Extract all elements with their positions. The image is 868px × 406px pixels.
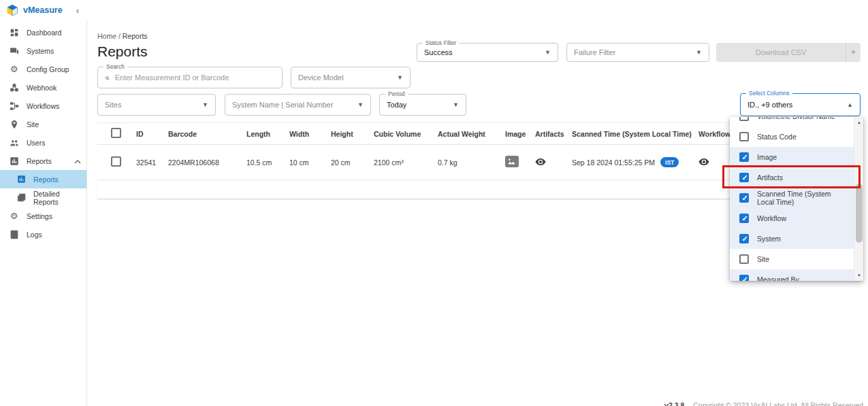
- column-option-status-code[interactable]: Status Code: [730, 126, 854, 147]
- chevron-down-icon: ▼: [545, 49, 551, 56]
- version-text: v2.3.8: [664, 401, 684, 406]
- column-option-label: Status Code: [757, 133, 797, 141]
- period-select[interactable]: Period Today ▼: [379, 94, 466, 116]
- select-columns-select[interactable]: Select Columns ID., +9 others ▲: [740, 93, 861, 116]
- column-option-image[interactable]: Image: [730, 147, 854, 167]
- dropdown-scrollbar[interactable]: ▲ ▼: [854, 117, 863, 281]
- column-option-volumetric-divisor-name[interactable]: Volumetric Divisor Name: [730, 117, 854, 126]
- sidebar: Dashboard Systems ⚙ Config Group Webhook…: [0, 20, 87, 406]
- cell-height: 20 cm: [331, 158, 374, 167]
- checkbox-icon[interactable]: [739, 234, 749, 243]
- sidebar-item-label: Site: [27, 120, 81, 129]
- column-option-label: System: [757, 235, 781, 243]
- sites-select[interactable]: Sites ▼: [97, 94, 216, 116]
- app-root: vMeasure ‹ Dashboard Systems ⚙ Config Gr…: [0, 0, 868, 406]
- scroll-down-icon[interactable]: ▼: [854, 273, 863, 277]
- settings-gear-icon: ⚙: [9, 211, 19, 221]
- main-content: Home / Reports Reports Status Filter Suc…: [87, 0, 868, 406]
- column-option-measured-by[interactable]: Measured By: [730, 269, 854, 281]
- users-icon: [9, 137, 19, 148]
- sidebar-collapse-icon[interactable]: ‹: [76, 5, 82, 16]
- site-pin-icon: [9, 119, 19, 129]
- brand-name: vMeasure: [23, 5, 76, 15]
- column-option-scanned-time[interactable]: Scanned Time (System Local Time): [730, 188, 854, 208]
- column-options-list: Volumetric Divisor Name Status Code Imag…: [730, 117, 863, 281]
- breadcrumb-home[interactable]: Home: [97, 32, 116, 40]
- sidebar-item-site[interactable]: Site: [0, 115, 86, 133]
- scroll-up-icon[interactable]: ▲: [854, 120, 863, 124]
- sidebar-subitem-reports[interactable]: Reports: [0, 170, 86, 188]
- checkbox-icon[interactable]: [739, 254, 749, 264]
- col-header-id: ID: [136, 130, 168, 138]
- copyright-text: Copyright © 2023 VisAI Labs Ltd. All Rig…: [693, 401, 863, 406]
- sidebar-item-label: Reports: [27, 157, 67, 165]
- sidebar-item-systems[interactable]: Systems: [0, 41, 86, 60]
- sidebar-item-workflows[interactable]: Workflows: [0, 97, 86, 115]
- image-thumbnail-icon[interactable]: [505, 156, 519, 167]
- chevron-up-icon: ▲: [847, 101, 853, 108]
- cell-width: 10 cm: [289, 158, 331, 167]
- sidebar-item-users[interactable]: Users: [0, 133, 86, 152]
- select-all-checkbox[interactable]: [111, 128, 121, 138]
- scrollbar-thumb[interactable]: [856, 184, 863, 243]
- sidebar-item-webhook[interactable]: Webhook: [0, 78, 86, 97]
- sidebar-item-dashboard[interactable]: Dashboard: [0, 23, 86, 41]
- download-csv-split-button: Download CSV ▼: [716, 43, 861, 62]
- sidebar-item-settings[interactable]: ⚙ Settings: [0, 207, 86, 225]
- period-value: Today: [387, 101, 406, 109]
- download-csv-button[interactable]: Download CSV: [716, 43, 846, 62]
- sidebar-item-logs[interactable]: Logs: [0, 225, 86, 243]
- select-columns-value: ID., +9 others: [748, 101, 792, 109]
- workflow-eye-icon[interactable]: [698, 158, 709, 166]
- artifacts-eye-icon[interactable]: [535, 158, 546, 166]
- column-option-system[interactable]: System: [730, 229, 854, 249]
- checkbox-icon[interactable]: [739, 214, 749, 223]
- checkbox-icon[interactable]: [739, 193, 749, 203]
- sidebar-item-label: Settings: [27, 212, 81, 220]
- cell-scanned-time: Sep 18 2024 01:55:25 PM: [572, 158, 655, 167]
- detailed-reports-icon: [17, 193, 27, 203]
- chevron-down-icon: ▼: [850, 49, 856, 56]
- brand-bar: vMeasure ‹: [0, 0, 87, 20]
- footer: v2.3.8 Copyright © 2023 VisAI Labs Ltd. …: [664, 401, 863, 406]
- column-option-workflow[interactable]: Workflow: [730, 208, 854, 229]
- chevron-up-icon: [74, 157, 81, 165]
- checkbox-icon[interactable]: [739, 152, 749, 162]
- vmeasure-logo-icon: [5, 3, 19, 17]
- row-checkbox[interactable]: [111, 156, 121, 167]
- col-header-height: Height: [331, 130, 374, 138]
- page-title: Reports: [97, 44, 148, 60]
- sidebar-item-reports[interactable]: Reports: [0, 152, 86, 170]
- checkbox-icon[interactable]: [739, 173, 749, 182]
- chevron-down-icon: ▼: [453, 101, 459, 108]
- checkbox-icon[interactable]: [739, 117, 749, 121]
- period-label: Period: [385, 90, 408, 97]
- column-option-site[interactable]: Site: [730, 249, 854, 269]
- sidebar-item-label: Workflows: [27, 102, 81, 110]
- system-name-select[interactable]: System Name | Serial Number ▼: [225, 94, 371, 116]
- sidebar-subitem-label: Reports: [33, 175, 59, 184]
- download-csv-menu-button[interactable]: ▼: [846, 43, 861, 62]
- search-input[interactable]: [115, 73, 275, 82]
- failure-filter-select[interactable]: Failure Filter ▼: [566, 43, 709, 62]
- cell-length: 10.5 cm: [246, 158, 289, 167]
- status-filter-select[interactable]: Status Filter Success ▼: [417, 43, 558, 62]
- sidebar-item-config-group[interactable]: ⚙ Config Group: [0, 60, 86, 78]
- column-option-artifacts[interactable]: Artifacts: [730, 167, 854, 188]
- device-model-placeholder: Device Model: [298, 73, 344, 82]
- col-header-width: Width: [289, 130, 331, 138]
- checkbox-icon[interactable]: [739, 132, 749, 141]
- timezone-badge: IST: [660, 157, 679, 167]
- device-model-select[interactable]: Device Model ▼: [291, 67, 411, 88]
- checkbox-icon[interactable]: [739, 275, 749, 281]
- sidebar-item-label: Dashboard: [27, 29, 81, 37]
- cell-id: 32541: [136, 158, 168, 167]
- breadcrumb: Home / Reports: [97, 32, 148, 40]
- search-field[interactable]: Search ⌕: [97, 67, 283, 88]
- col-header-scanned-time: Scanned Time (System Local Time): [572, 130, 698, 138]
- dashboard-icon: [9, 27, 19, 37]
- system-name-placeholder: System Name | Serial Number: [232, 101, 333, 109]
- select-columns-label: Select Columns: [746, 90, 792, 97]
- cell-actual-weight: 0.7 kg: [438, 158, 505, 167]
- sidebar-subitem-detailed-reports[interactable]: Detailed Reports: [0, 188, 86, 207]
